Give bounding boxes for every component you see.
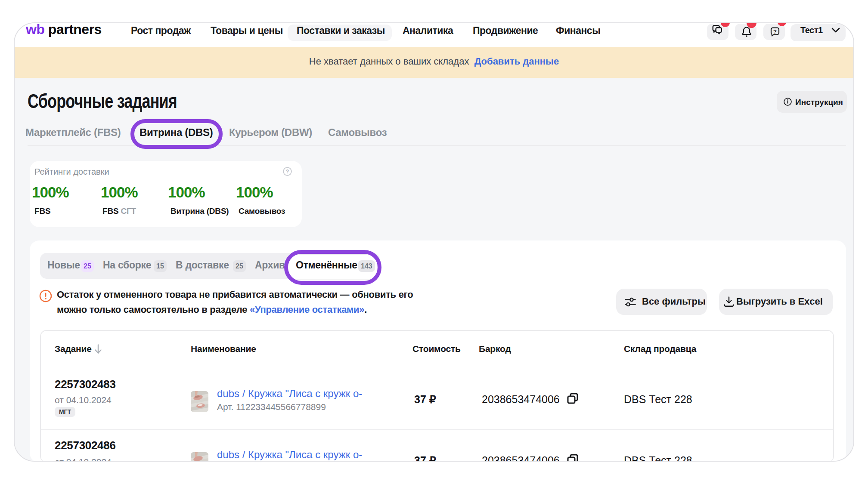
svg-text:?: ? — [773, 28, 777, 35]
svg-text:?: ? — [286, 169, 289, 175]
